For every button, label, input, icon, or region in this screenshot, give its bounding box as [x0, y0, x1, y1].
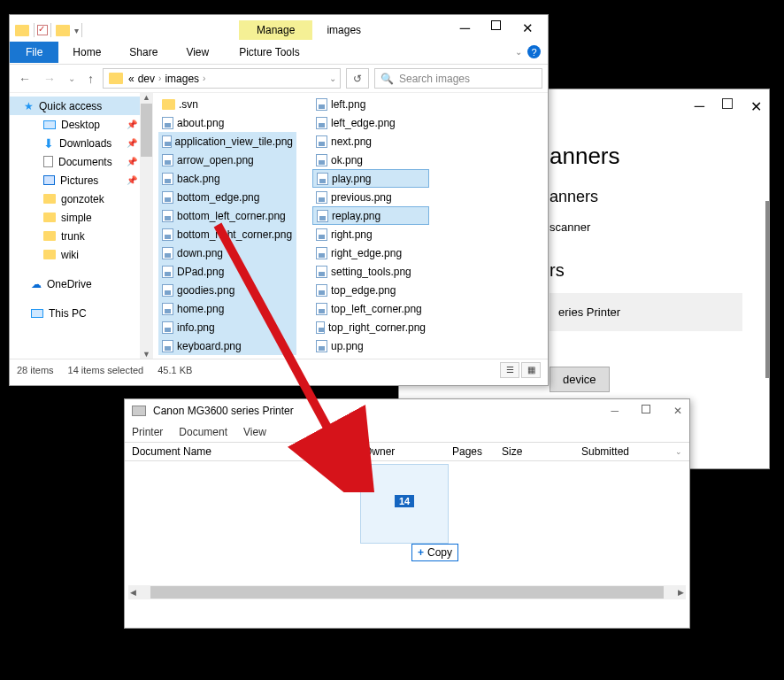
file-item[interactable]: up.png	[312, 336, 429, 355]
file-item[interactable]: about.png	[158, 113, 296, 132]
file-item[interactable]: keyboard.png	[158, 336, 296, 355]
nav-forward-button[interactable]: →	[40, 70, 59, 88]
col-size[interactable]: Size	[495, 443, 574, 460]
nav-up-button[interactable]: ↑	[84, 70, 97, 88]
settings-device-button[interactable]: device	[550, 367, 610, 392]
breadcrumb-seg-images[interactable]: images	[165, 73, 199, 85]
sidebar-this-pc[interactable]: This PC	[10, 304, 153, 322]
nav-back-button[interactable]: ←	[15, 70, 35, 88]
scrollbar-thumb[interactable]	[141, 104, 152, 157]
tab-home[interactable]: Home	[58, 42, 115, 63]
file-list[interactable]: .svnabout.pngapplication_view_tile.pngar…	[153, 93, 548, 359]
file-item[interactable]: right.png	[312, 225, 429, 243]
view-details-button[interactable]: ☰	[500, 362, 519, 378]
file-item[interactable]: application_view_tile.png	[158, 132, 296, 151]
menu-document[interactable]: Document	[179, 426, 227, 438]
breadcrumb[interactable]: « dev › images › ⌄	[103, 68, 341, 89]
settings-maximize-button[interactable]	[722, 98, 733, 109]
nav-history-dropdown[interactable]: ⌄	[65, 72, 79, 85]
col-submitted[interactable]: Submitted⌄	[574, 443, 689, 460]
qat-dropdown-icon[interactable]: ▾	[74, 26, 79, 35]
file-item[interactable]: setting_tools.png	[312, 262, 429, 281]
ribbon-expand-icon[interactable]: ⌄	[515, 47, 522, 57]
sidebar-quick-access[interactable]: ★ Quick access	[10, 97, 153, 115]
file-item[interactable]: right_edge.png	[312, 243, 429, 262]
scroll-up-icon[interactable]: ▲	[142, 93, 150, 102]
file-item[interactable]: home.png	[158, 299, 296, 318]
tab-file[interactable]: File	[10, 42, 58, 63]
scroll-left-icon[interactable]: ◀	[128, 588, 138, 597]
file-item[interactable]: replay.png	[312, 206, 429, 225]
settings-minimize-button[interactable]: ─	[695, 98, 704, 115]
scroll-down-icon[interactable]: ▼	[142, 350, 150, 359]
breadcrumb-dropdown-icon[interactable]: ⌄	[329, 73, 336, 83]
sidebar-documents[interactable]: Documents📌	[10, 152, 153, 171]
settings-printer-item[interactable]: eries Printer	[550, 293, 742, 331]
file-item[interactable]: down.png	[158, 243, 296, 262]
settings-close-button[interactable]: ✕	[750, 98, 762, 115]
col-owner[interactable]: Owner	[357, 443, 445, 460]
file-item[interactable]: bottom_right_corner.png	[158, 225, 296, 243]
sidebar-folder[interactable]: trunk	[10, 227, 153, 245]
printer-icon	[132, 406, 146, 416]
sidebar-desktop[interactable]: Desktop📌	[10, 115, 153, 134]
tab-manage[interactable]: Manage	[239, 20, 312, 40]
queue-close-button[interactable]: ✕	[673, 405, 682, 417]
sidebar-pictures[interactable]: Pictures📌	[10, 171, 153, 189]
chevron-right-icon[interactable]: ›	[203, 73, 205, 83]
file-item[interactable]: play.png	[312, 169, 429, 188]
file-item[interactable]: back.png	[158, 169, 296, 188]
file-item[interactable]: left_edge.png	[312, 113, 429, 132]
breadcrumb-pre[interactable]: «	[128, 73, 135, 85]
scrollbar-thumb[interactable]	[150, 586, 664, 599]
file-item[interactable]: top_left_corner.png	[312, 299, 429, 318]
settings-scrollbar[interactable]	[765, 201, 769, 378]
tab-view[interactable]: View	[172, 42, 223, 63]
sidebar-folder[interactable]: wiki	[10, 245, 153, 264]
view-icons-button[interactable]: ▦	[521, 362, 541, 378]
file-item[interactable]: previous.png	[312, 188, 429, 206]
scroll-right-icon[interactable]: ▶	[676, 588, 686, 597]
col-status[interactable]: St	[300, 443, 357, 460]
tab-picture-tools[interactable]: Picture Tools	[230, 42, 308, 63]
file-item[interactable]: next.png	[312, 132, 429, 151]
qat-properties-icon[interactable]	[37, 25, 48, 35]
chevron-right-icon[interactable]: ›	[158, 73, 161, 83]
refresh-button[interactable]: ↻	[346, 68, 369, 89]
file-item[interactable]: bottom_edge.png	[158, 188, 296, 206]
file-item[interactable]: goodies.png	[158, 281, 296, 299]
file-item[interactable]: left.png	[312, 95, 429, 113]
tab-share[interactable]: Share	[115, 42, 172, 63]
file-item[interactable]: info.png	[158, 318, 296, 336]
help-icon[interactable]: ?	[527, 45, 541, 58]
search-input[interactable]: 🔍 Search images	[374, 68, 542, 89]
queue-maximize-button[interactable]	[642, 405, 650, 413]
queue-titlebar[interactable]: Canon MG3600 series Printer ─ ✕	[125, 399, 689, 422]
file-item[interactable]: arrow_open.png	[158, 151, 296, 169]
file-item[interactable]: ok.png	[312, 151, 429, 169]
menu-view[interactable]: View	[243, 426, 266, 438]
sidebar-scrollbar[interactable]: ▲ ▼	[140, 93, 153, 359]
sidebar-label: Quick access	[39, 100, 102, 112]
file-item[interactable]: .svn	[158, 95, 296, 113]
sidebar-onedrive[interactable]: ☁OneDrive	[10, 274, 153, 293]
sidebar-folder[interactable]: simple	[10, 208, 153, 227]
breadcrumb-seg-dev[interactable]: dev	[138, 73, 155, 85]
qat-newfolder-icon[interactable]	[56, 25, 70, 36]
close-button[interactable]: ✕	[522, 20, 534, 36]
sidebar-downloads[interactable]: ⬇Downloads📌	[10, 134, 153, 152]
file-item[interactable]: DPad.png	[158, 262, 296, 281]
file-item[interactable]: top_edge.png	[312, 281, 429, 299]
queue-minimize-button[interactable]: ─	[611, 405, 619, 417]
explorer-titlebar[interactable]: ▾ Manage images ─ ✕	[10, 15, 548, 40]
minimize-button[interactable]: ─	[460, 20, 470, 36]
menu-printer[interactable]: Printer	[132, 426, 163, 438]
settings-line[interactable]: scanner	[550, 220, 742, 234]
sidebar-folder[interactable]: gonzotek	[10, 189, 153, 208]
file-item[interactable]: top_right_corner.png	[312, 318, 429, 336]
col-document-name[interactable]: Document Name	[125, 443, 300, 460]
queue-horizontal-scrollbar[interactable]: ◀ ▶	[128, 585, 686, 599]
file-item[interactable]: bottom_left_corner.png	[158, 206, 296, 225]
maximize-button[interactable]	[491, 20, 501, 30]
col-pages[interactable]: Pages	[445, 443, 495, 460]
